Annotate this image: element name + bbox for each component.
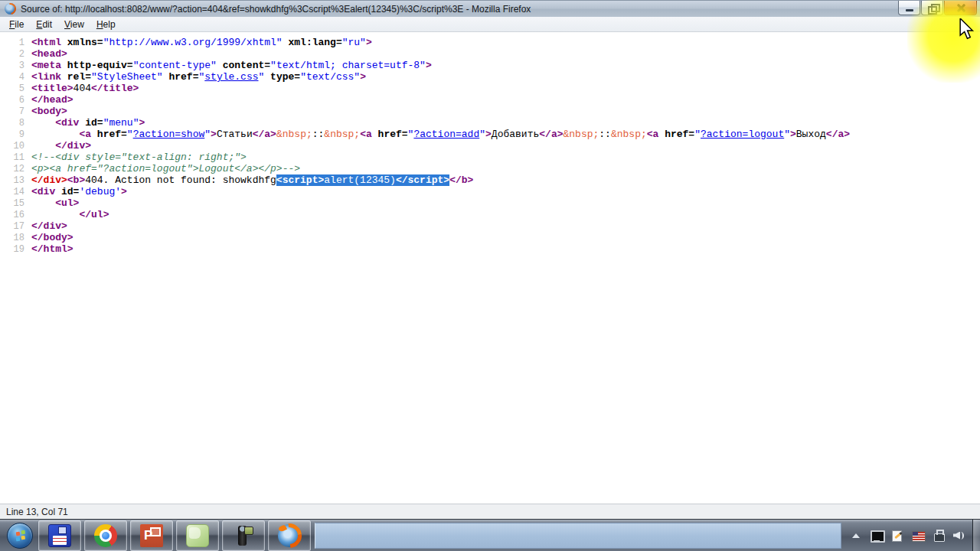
line-number: 1	[0, 37, 24, 49]
source-view[interactable]: 1<html xmlns="http://www.w3.org/1999/xht…	[0, 32, 980, 504]
code-text: </body>	[31, 232, 74, 243]
line-number: 8	[0, 118, 24, 129]
code-text: </html>	[31, 243, 74, 255]
menu-edit[interactable]: Edit	[30, 18, 58, 31]
code-line: 8 <div id="menu">	[0, 117, 980, 129]
code-line: 11<!--<div style="text-align: right;">	[0, 152, 980, 163]
code-text: </div>	[31, 140, 91, 152]
code-text: </head>	[31, 94, 74, 106]
code-text: <html xmlns="http://www.w3.org/1999/xhtm…	[31, 37, 372, 48]
taskbar-empty-band	[315, 523, 841, 549]
code-text: <div id='debug'>	[31, 186, 127, 197]
code-text: <a href="?action=show">Статьи</a>&nbsp;:…	[31, 129, 850, 140]
taskbar	[0, 519, 980, 551]
menu-view[interactable]: View	[58, 18, 90, 31]
code-line: 7<body>	[0, 106, 980, 117]
code-line: 16 </ul>	[0, 209, 980, 220]
line-number: 14	[0, 187, 24, 198]
code-line: 10 </div>	[0, 140, 980, 152]
chrome-icon	[94, 524, 117, 547]
code-line: 1<html xmlns="http://www.w3.org/1999/xht…	[0, 37, 980, 48]
tray-expand-icon[interactable]	[849, 530, 863, 542]
windows-start-icon	[7, 523, 33, 549]
code-text: <ul>	[31, 197, 79, 209]
code-text: <title>404</title>	[31, 83, 139, 94]
line-number: 3	[0, 60, 24, 72]
code-text: <head>	[31, 48, 67, 60]
line-number: 19	[0, 244, 24, 256]
line-number: 2	[0, 49, 24, 60]
line-number: 10	[0, 141, 24, 152]
code-text: </div>	[31, 220, 67, 232]
code-line: 2<head>	[0, 48, 980, 60]
code-text: <!--<div style="text-align: right;">	[31, 152, 247, 163]
taskbar-green-app-button[interactable]	[176, 520, 219, 551]
line-number: 15	[0, 198, 24, 210]
menu-file[interactable]: File	[3, 18, 30, 31]
notepad-icon[interactable]	[890, 530, 904, 542]
powerpoint-icon	[140, 524, 163, 547]
code-text: <meta http-equiv="content-type" content=…	[31, 60, 432, 71]
line-number: 9	[0, 129, 24, 141]
window-title: Source of: http://localhost:8082/www/?ac…	[21, 4, 893, 15]
code-line: 18</body>	[0, 232, 980, 243]
us-flag-icon[interactable]	[911, 530, 925, 542]
code-line: 3<meta http-equiv="content-type" content…	[0, 60, 980, 71]
close-button[interactable]	[944, 1, 977, 15]
floppy-app-icon	[48, 524, 71, 547]
code-text: </div><b>404. Action not found: showkdhf…	[31, 174, 473, 186]
code-line: 19</html>	[0, 243, 980, 255]
line-number: 17	[0, 221, 24, 233]
line-number: 6	[0, 95, 24, 106]
taskbar-camera-app-button[interactable]	[222, 520, 265, 551]
code-line: 13</div><b>404. Action not found: showkd…	[0, 174, 980, 186]
taskbar-powerpoint-button[interactable]	[130, 520, 173, 551]
code-line: 12<p><a href="?action=logout">Logout</a>…	[0, 163, 980, 174]
network-icon[interactable]	[932, 530, 946, 542]
green-app-icon	[186, 524, 209, 547]
line-number: 5	[0, 83, 24, 95]
menu-help[interactable]: Help	[90, 18, 122, 31]
code-line: 5<title>404</title>	[0, 83, 980, 94]
caret-position-label: Line 13, Col 71	[6, 507, 68, 517]
code-text: <body>	[31, 106, 67, 117]
statusbar: Line 13, Col 71	[0, 504, 980, 519]
display-icon[interactable]	[870, 530, 884, 542]
firefox-icon	[278, 524, 301, 547]
line-number: 12	[0, 164, 24, 175]
code-line: 4<link rel="StyleSheet" href="style.css"…	[0, 71, 980, 83]
system-tray	[846, 530, 971, 542]
camera-app-icon	[232, 524, 255, 547]
code-text: <link rel="StyleSheet" href="style.css" …	[31, 71, 366, 83]
taskbar-firefox-button[interactable]	[268, 520, 311, 551]
firefox-logo-icon	[5, 3, 16, 15]
minimize-button[interactable]	[898, 1, 920, 15]
window-controls	[898, 1, 977, 15]
taskbar-floppy-app-button[interactable]	[38, 520, 81, 551]
view-source-window: Source of: http://localhost:8082/www/?ac…	[0, 0, 980, 551]
titlebar: Source of: http://localhost:8082/www/?ac…	[0, 0, 980, 17]
source-code: 1<html xmlns="http://www.w3.org/1999/xht…	[0, 37, 980, 255]
taskbar-chrome-button[interactable]	[84, 520, 127, 551]
line-number: 7	[0, 106, 24, 118]
code-line: 6</head>	[0, 94, 980, 106]
taskbar-apps	[37, 520, 312, 551]
code-text: <p><a href="?action=logout">Logout</a></…	[31, 163, 300, 174]
restore-button[interactable]	[921, 1, 943, 15]
line-number: 11	[0, 152, 24, 164]
show-desktop-button[interactable]	[972, 520, 980, 551]
line-number: 4	[0, 72, 24, 83]
code-line: 15 <ul>	[0, 197, 980, 209]
line-number: 18	[0, 233, 24, 244]
menubar: FileEditViewHelp	[0, 17, 980, 32]
line-number: 16	[0, 210, 24, 221]
code-line: 9 <a href="?action=show">Статьи</a>&nbsp…	[0, 129, 980, 140]
volume-icon[interactable]	[952, 530, 966, 542]
code-line: 14<div id='debug'>	[0, 186, 980, 197]
code-text: <div id="menu">	[31, 117, 145, 129]
code-line: 17</div>	[0, 220, 980, 232]
line-number: 13	[0, 175, 24, 187]
code-text: </ul>	[31, 209, 109, 220]
start-button[interactable]	[3, 520, 37, 551]
